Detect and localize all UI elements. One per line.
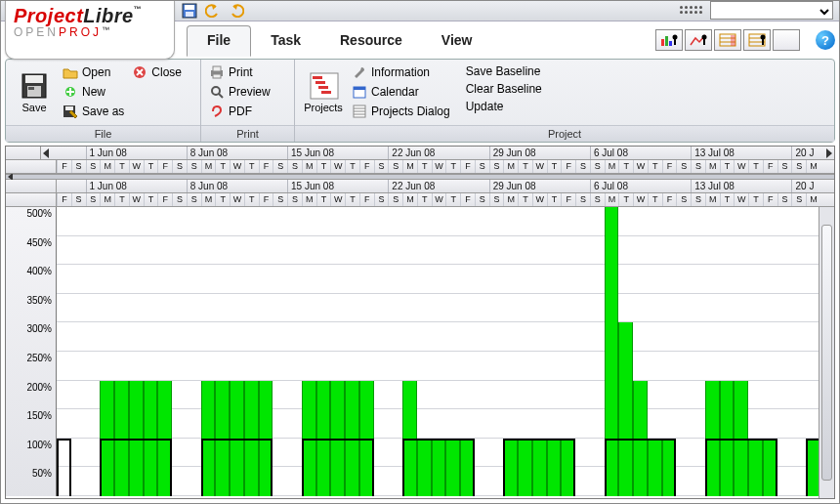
svg-rect-39 (318, 86, 328, 89)
day-label: M (302, 160, 316, 173)
clear-baseline-button[interactable]: Clear Baseline (464, 81, 544, 97)
day-label: S (676, 160, 691, 173)
day-label: W (734, 193, 748, 206)
view-chart-button[interactable] (685, 29, 712, 51)
svg-rect-9 (703, 39, 705, 45)
day-label: F (460, 193, 475, 206)
scroll-left-upper[interactable] (43, 148, 49, 158)
close-button[interactable]: Close (130, 63, 184, 81)
day-label: M (806, 160, 820, 173)
help-button[interactable]: ? (816, 30, 835, 50)
tab-file[interactable]: File (187, 25, 251, 57)
day-label: F (763, 160, 777, 173)
day-label: T (244, 160, 259, 173)
logo-proj: PROJ (59, 25, 102, 39)
svg-rect-1 (185, 5, 194, 10)
information-button[interactable]: Information (350, 63, 452, 81)
day-label: T (345, 160, 359, 173)
day-label: F (561, 160, 575, 173)
day-label: S (287, 160, 302, 173)
day-label: F (561, 193, 575, 206)
upper-corner (6, 147, 41, 159)
projects-button[interactable]: Projects (301, 63, 346, 122)
day-label: M (705, 193, 720, 206)
day-label: W (330, 193, 345, 206)
qat-undo-button[interactable] (204, 3, 222, 19)
y-tick-label: 350% (26, 294, 52, 305)
svg-rect-22 (28, 87, 34, 90)
pdf-button[interactable]: PDF (207, 103, 273, 120)
vertical-scrollbar[interactable] (819, 207, 834, 498)
day-label: S (777, 160, 792, 173)
week-label: 29 Jun 08 (489, 180, 536, 192)
project-selector-dropdown[interactable] (711, 4, 832, 21)
qat-save-button[interactable] (181, 3, 198, 19)
view-none-button[interactable] (773, 29, 800, 51)
day-label: T (720, 160, 735, 173)
save-button[interactable]: Save (12, 63, 57, 122)
svg-rect-37 (313, 76, 322, 79)
day-label: W (432, 193, 446, 206)
svg-rect-2 (186, 12, 193, 17)
new-button[interactable]: New (61, 83, 126, 101)
day-label: M (100, 160, 114, 173)
day-label: T (215, 160, 230, 173)
histogram-plot (57, 207, 819, 496)
svg-point-34 (212, 87, 220, 95)
update-button[interactable]: Update (464, 99, 544, 114)
y-tick-label: 300% (26, 323, 52, 334)
save-baseline-button[interactable]: Save Baseline (464, 63, 544, 79)
week-label: 29 Jun 08 (489, 147, 536, 159)
day-label: W (532, 160, 547, 173)
day-label: S (287, 193, 302, 206)
day-label: S (187, 160, 201, 173)
calendar-button[interactable]: Calendar (350, 83, 452, 101)
week-label: 8 Jun 08 (187, 147, 228, 159)
project-selector[interactable] (710, 1, 833, 20)
capacity-outline (57, 439, 71, 496)
histogram-area: 0%50%100%150%200%250%300%350%400%450%500… (6, 207, 834, 498)
qat-redo-button[interactable] (228, 3, 245, 19)
day-label: S (791, 160, 806, 173)
preview-button[interactable]: Preview (207, 83, 273, 101)
view-task-usage-button[interactable] (714, 29, 741, 51)
capacity-outline (302, 439, 374, 496)
day-label: S (475, 160, 489, 173)
tab-resource[interactable]: Resource (320, 26, 422, 56)
svg-rect-4 (665, 36, 668, 46)
day-label: T (215, 193, 230, 206)
capacity-outline (201, 439, 273, 496)
day-label: S (590, 193, 605, 206)
day-label: T (648, 160, 662, 173)
svg-rect-27 (65, 106, 73, 110)
view-histogram-button[interactable] (655, 29, 683, 51)
day-label: S (71, 160, 86, 173)
save-as-button[interactable]: Save as (61, 103, 126, 120)
view-resource-usage-button[interactable] (743, 29, 771, 51)
dialog-icon (352, 104, 367, 119)
tab-view[interactable]: View (422, 26, 492, 56)
svg-rect-18 (762, 39, 764, 45)
upper-timescale-weeks: 1 Jun 088 Jun 0815 Jun 0822 Jun 0829 Jun… (6, 147, 834, 160)
scroll-right-upper[interactable] (826, 148, 832, 158)
scrollbar-thumb[interactable] (821, 225, 832, 481)
open-button[interactable]: Open (61, 63, 126, 81)
day-label: F (763, 193, 777, 206)
day-label: M (302, 193, 316, 206)
week-label: 22 Jun 08 (388, 180, 435, 192)
y-tick-label: 200% (26, 381, 52, 392)
svg-rect-42 (354, 87, 365, 90)
print-button[interactable]: Print (207, 63, 273, 81)
day-label: M (705, 160, 720, 173)
view-mode-buttons (655, 29, 806, 51)
projects-label: Projects (304, 102, 343, 113)
day-label: T (114, 193, 129, 206)
tab-task[interactable]: Task (251, 26, 320, 56)
week-label: 15 Jun 08 (287, 180, 334, 192)
projects-dialog-button[interactable]: Projects Dialog (350, 103, 452, 120)
day-label: T (417, 160, 432, 173)
day-label: F (259, 160, 273, 173)
logo-open: OPEN (14, 25, 59, 39)
day-label: S (590, 160, 605, 173)
svg-rect-40 (321, 91, 331, 94)
